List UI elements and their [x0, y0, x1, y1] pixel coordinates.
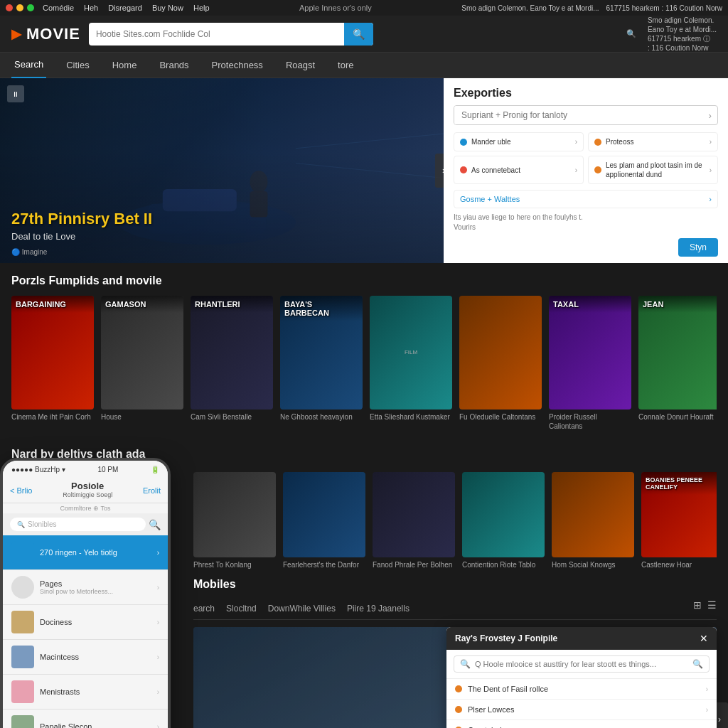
explore-item-1[interactable]: Proteoss ›	[588, 132, 718, 151]
hero-next-arrow[interactable]: ›	[435, 154, 444, 188]
popup-search-input[interactable]	[475, 660, 688, 668]
phone-list-item-0[interactable]: 270 ringen - Yelo tiotlg ›	[3, 535, 168, 570]
popup-search[interactable]: 🔍 🔍	[446, 650, 717, 679]
mobiles-tabs: earch Slocltnd DownWhile Villies Piire 1…	[193, 599, 717, 620]
phone-back-button[interactable]: < Brlio	[10, 486, 33, 495]
phone-search-btn[interactable]: 🔍	[149, 519, 161, 530]
movie-card-5[interactable]: Fu Oleduelle Caltontans	[459, 296, 542, 431]
movie-poster-1: GAMASON	[101, 296, 183, 410]
nav-search[interactable]: Search	[11, 53, 46, 78]
popup-list-item-2[interactable]: Cunrtnlads ›	[446, 720, 717, 728]
popup-chevron-0: ›	[706, 685, 708, 693]
explore-dot-3	[594, 166, 601, 173]
poster-placeholder-5	[459, 296, 542, 410]
explore-item-2[interactable]: As connetebact ›	[454, 156, 584, 184]
movie-info-r2-2: Fanod Phrale Per Bolhen	[373, 560, 455, 569]
nav-tore[interactable]: tore	[335, 53, 356, 78]
explore-panel: Exeporties › Mander uble › Proteoss › As…	[444, 78, 728, 263]
movie-card-r2-4[interactable]: Hom Social Knowgs	[552, 472, 634, 569]
explore-signin-button[interactable]: Styn	[678, 238, 718, 257]
movie-card-r2-5[interactable]: BOANIES PENEEE CANELIFY Castlenew Hoar	[641, 472, 717, 569]
phone-list: 270 ringen - Yelo tiotlg › Pages Sinol p…	[3, 535, 168, 728]
app-header: ▶ MOVIE 🔍 🔍 Smo adign Colemon. Eano Toy …	[0, 16, 728, 53]
phone-tags: Commltore ⊕ Tos	[3, 503, 168, 513]
mobiles-title: Mobiles	[193, 578, 717, 591]
phone-item-icon-3	[11, 646, 34, 668]
hero-pause-button[interactable]: ⏸	[7, 85, 24, 102]
mobiles-tab-0[interactable]: earch	[193, 599, 215, 619]
popup-close-button[interactable]: ✕	[700, 633, 708, 644]
explore-search-input[interactable]	[454, 106, 703, 124]
os-status: Smo adign Colemon. Eano Toy e at Mordi..…	[461, 4, 722, 12]
movie-card-r2-0[interactable]: Phrest To Konlang	[193, 472, 276, 569]
explore-item-0[interactable]: Mander uble ›	[454, 132, 584, 151]
phone-list-item-3[interactable]: Macintcess ›	[3, 640, 168, 675]
explore-link[interactable]: Gosme + Walttes ›	[454, 190, 718, 208]
nav-brands[interactable]: Brands	[156, 53, 191, 78]
popup-chevron-1: ›	[706, 706, 708, 714]
movie-card-0[interactable]: BARGAINING Cinema Me iht Pain Corh	[11, 296, 94, 431]
phone-list-item-2[interactable]: Dociness ›	[3, 605, 168, 640]
explore-title: Exeporties	[454, 87, 718, 100]
phone-nav-bar: < Brlio Posiole Roltimiggie Soegl Erolit	[3, 478, 168, 503]
nav-protechness[interactable]: Protechness	[209, 53, 266, 78]
movie-card-3[interactable]: BAYA'S BARBECAN Ne Ghboost heavayion	[280, 296, 363, 431]
window-controls[interactable]	[6, 4, 34, 11]
mobiles-tab-1[interactable]: Slocltnd	[226, 599, 257, 619]
explore-dot-2	[460, 166, 467, 173]
popup-list-item-0[interactable]: The Dent of Fasil rollce ›	[446, 679, 717, 700]
search-button[interactable]: 🔍	[344, 23, 373, 46]
nav-cities[interactable]: Cities	[63, 53, 92, 78]
phone-action-button[interactable]: Erolit	[143, 486, 161, 495]
phone-list-item-5[interactable]: Papalie Slecon ›	[3, 710, 168, 728]
os-menu-help[interactable]: Help	[193, 4, 210, 12]
movie-card-r2-1[interactable]: Fearleherst's the Danfor	[283, 472, 365, 569]
movie-poster-2: RHANTLERI	[191, 296, 273, 410]
movie-poster-r2-3	[462, 472, 545, 557]
explore-search[interactable]: ›	[454, 105, 718, 125]
search-input[interactable]	[89, 29, 344, 39]
phone-item-title-5: Papalie Slecon	[40, 722, 92, 728]
movie-poster-7: JEAN	[638, 296, 717, 410]
movie-card-7[interactable]: JEAN Connale Donurt Houraft	[638, 296, 717, 431]
popup-search-icon: 🔍	[460, 659, 471, 669]
mobiles-tab-2[interactable]: DownWhile Villies	[268, 599, 336, 619]
mobiles-tab-3[interactable]: Piire 19 Jaanells	[347, 599, 410, 619]
nav-home[interactable]: Home	[109, 53, 140, 78]
nav-bar: Search Cities Home Brands Protechness Ro…	[0, 53, 728, 78]
phone-item-icon-5	[11, 715, 34, 728]
os-menus[interactable]: Comédie Heh Disregard Buy Now Help	[43, 4, 210, 12]
close-dot[interactable]	[6, 4, 13, 11]
maximize-dot[interactable]	[27, 4, 34, 11]
movie-poster-r2-2	[373, 472, 455, 557]
popup-search-clear-icon[interactable]: 🔍	[692, 659, 703, 669]
explore-item-3[interactable]: Les plam and ploot tasin im de applionen…	[588, 156, 718, 184]
main-search-bar[interactable]: 🔍	[89, 23, 373, 46]
movie-card-r2-2[interactable]: Fanod Phrale Per Bolhen	[373, 472, 455, 569]
phone-list-item-1[interactable]: Pages Sinol pow to Metorleess... ›	[3, 570, 168, 605]
os-menu-disregard[interactable]: Disregard	[108, 4, 142, 12]
app-logo[interactable]: ▶ MOVIE	[11, 25, 80, 43]
svg-rect-5	[250, 191, 268, 217]
os-menu-comedy[interactable]: Comédie	[43, 4, 74, 12]
grid-view-icon[interactable]: ⊞	[693, 599, 702, 619]
movie-card-1[interactable]: GAMASON House	[101, 296, 183, 431]
svg-rect-3	[163, 189, 237, 211]
phone-search-wrapper[interactable]: 🔍 Slonibles	[10, 518, 146, 531]
os-menu-heh[interactable]: Heh	[84, 4, 98, 12]
movie-info-4: Etta Slieshard Kustmaker	[370, 412, 452, 422]
nav-roagst[interactable]: Roagst	[283, 53, 318, 78]
movie-card-2[interactable]: RHANTLERI Cam Sivli Benstalle	[191, 296, 273, 431]
os-menu-buynow[interactable]: Buy Now	[152, 4, 183, 12]
popup-list-item-1[interactable]: Plser Lowces ›	[446, 700, 717, 720]
movie-card-6[interactable]: TAXAL Proider Russell Caliontans	[549, 296, 631, 431]
phone-list-item-4[interactable]: Menistrasts ›	[3, 675, 168, 710]
phone-signal: ●●●●● BuzzHp ▾	[11, 466, 65, 473]
movie-card-r2-3[interactable]: Contiention Riote Tablo	[462, 472, 545, 569]
list-view-icon[interactable]: ☰	[707, 599, 717, 619]
explore-search-btn[interactable]: ›	[703, 110, 717, 121]
movie-card-4[interactable]: FILM Etta Slieshard Kustmaker	[370, 296, 452, 431]
minimize-dot[interactable]	[16, 4, 23, 11]
svg-point-4	[250, 171, 268, 193]
movie-poster-r2-5: BOANIES PENEEE CANELIFY	[641, 472, 717, 557]
